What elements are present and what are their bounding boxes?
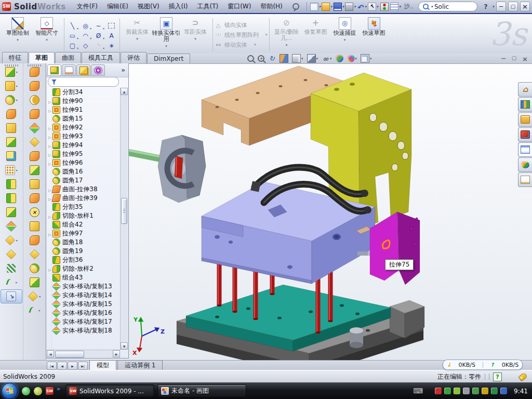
dropdown-arrow-icon[interactable]: ▾ <box>194 36 196 42</box>
sketch-entity-button[interactable]: ∼▾ <box>92 21 105 31</box>
part-cylinder-pin[interactable] <box>350 327 363 348</box>
ribbon-tab[interactable]: 草图 <box>29 52 55 63</box>
dropdown-arrow-icon[interactable] <box>16 70 18 74</box>
doc-close-button[interactable] <box>522 55 528 63</box>
tray-icon[interactable] <box>444 388 451 394</box>
scrollbar-thumb[interactable] <box>55 351 84 358</box>
ribbon-tab[interactable]: DimXpert <box>147 54 190 63</box>
dropdown-arrow-icon[interactable]: ▾ <box>17 37 19 43</box>
expand-arrow-icon[interactable] <box>47 98 52 105</box>
tree-item[interactable]: 拉伸96 <box>47 158 120 167</box>
search-box[interactable]: ▾ Solic <box>418 2 477 11</box>
doc-restore-button[interactable] <box>512 55 516 63</box>
quicklaunch-messenger-icon[interactable] <box>22 387 30 395</box>
scroll-down-icon[interactable] <box>121 342 128 350</box>
tree-item[interactable]: 分割36 <box>47 256 120 264</box>
help-button[interactable]: ? <box>481 3 490 10</box>
ribbon-tab[interactable]: 评估 <box>121 52 147 63</box>
dropdown-arrow-icon[interactable] <box>16 281 17 284</box>
dropdown-arrow-icon[interactable] <box>38 309 40 312</box>
ribbon-button[interactable]: 智能尺寸 ▾ <box>32 16 61 43</box>
tree-item[interactable]: 圆角15 <box>47 114 120 123</box>
tree-item[interactable]: 拉伸90 <box>47 97 120 105</box>
sketch-entity-button[interactable]: A▾ <box>105 31 118 41</box>
expand-arrow-icon[interactable] <box>47 142 52 149</box>
tree-item[interactable]: 圆角16 <box>47 167 120 176</box>
rebuild-button[interactable] <box>379 2 389 11</box>
expand-arrow-icon[interactable] <box>47 230 52 237</box>
taskbar-button-solidworks[interactable]: SW SolidWorks 2009 - ... <box>65 384 154 397</box>
expand-arrow-icon[interactable] <box>47 151 52 158</box>
expand-arrow-icon[interactable] <box>47 212 52 220</box>
taskpane-tab[interactable] <box>518 82 532 97</box>
ribbon-tab[interactable]: 特征 <box>2 52 28 63</box>
tree-item[interactable]: 圆角19 <box>47 247 120 256</box>
sketch-entity-button[interactable]: ∗▾ <box>105 41 118 50</box>
view-tool-button[interactable] <box>361 54 372 63</box>
ribbon-button[interactable]: 等距实体 ▾ <box>181 16 210 42</box>
dropdown-arrow-icon[interactable]: ▾ <box>165 43 167 49</box>
view-tool-button[interactable] <box>307 54 318 63</box>
feature-tool-button[interactable] <box>23 65 45 79</box>
tray-icon[interactable] <box>482 388 488 394</box>
tree-item[interactable]: 拉伸91 <box>47 105 120 114</box>
feature-tool-button[interactable] <box>23 149 45 163</box>
configuration-manager-tab[interactable] <box>76 64 90 76</box>
view-tool-button[interactable] <box>292 54 303 63</box>
tree-item[interactable]: 实体-移动/复制14 <box>47 291 120 300</box>
taskpane-tab[interactable] <box>518 142 532 157</box>
taskbar-button-paint[interactable]: 未命名 - 画图 <box>157 384 246 397</box>
tree-item[interactable]: 圆角18 <box>47 238 120 247</box>
search-input[interactable]: Solic <box>434 3 449 10</box>
ribbon-button[interactable]: 快速捕捉 ▾ <box>330 16 360 43</box>
feature-tool-button[interactable] <box>1 247 22 261</box>
ribbon-button[interactable]: 草图绘制 ▾ <box>3 16 32 43</box>
view-tool-button[interactable] <box>247 55 254 62</box>
close-button[interactable] <box>520 2 530 11</box>
ribbon-button[interactable]: 显示/删除几... ▾ <box>272 16 301 48</box>
tree-item[interactable]: 实体-移动/复制17 <box>47 317 120 326</box>
tree-item[interactable]: 实体-移动/复制16 <box>47 309 120 317</box>
part-connector-clamp[interactable] <box>119 135 206 203</box>
menu-item[interactable]: 编辑(E) <box>102 1 133 12</box>
feature-tool-button[interactable] <box>23 107 45 121</box>
doc-minimize-button[interactable] <box>501 55 506 63</box>
property-manager-tab[interactable] <box>62 64 76 76</box>
expand-arrow-icon[interactable] <box>47 133 52 140</box>
view-tool-button[interactable] <box>336 55 343 62</box>
scroll-left-icon[interactable] <box>47 350 54 357</box>
ribbon-small-button[interactable]: 镜向实体 ▾ <box>215 21 268 29</box>
scrollbar-thumb[interactable] <box>121 198 127 224</box>
dropdown-arrow-icon[interactable] <box>301 57 303 61</box>
tree-item[interactable]: 切除-放样1 <box>47 211 120 220</box>
feature-tool-button[interactable] <box>23 233 45 247</box>
select-button[interactable]: ▾ <box>368 2 379 11</box>
tray-icon[interactable] <box>472 388 479 394</box>
dropdown-arrow-icon[interactable] <box>39 295 41 298</box>
feature-tool-button[interactable] <box>23 275 45 289</box>
net-speed-widget[interactable]: 0KB/S 0KB/S <box>443 360 523 370</box>
feature-tool-button[interactable] <box>1 233 22 247</box>
feature-tool-button[interactable] <box>23 261 45 275</box>
tree-item[interactable]: 分割34 <box>47 88 120 97</box>
feature-tool-button[interactable] <box>23 163 45 177</box>
taskpane-tab[interactable] <box>518 172 532 187</box>
toolbar-grip[interactable] <box>28 64 41 66</box>
tree-item[interactable]: 分割35 <box>47 203 120 211</box>
feature-tool-button[interactable] <box>1 65 22 79</box>
tree-item[interactable]: 拉伸92 <box>47 123 120 132</box>
sketch-entity-button[interactable]: ▭▾ <box>66 31 79 41</box>
tree-item[interactable]: 实体-移动/复制15 <box>47 300 120 309</box>
tree-item[interactable]: 拉伸93 <box>47 132 120 141</box>
tree-item[interactable]: 拉伸97 <box>47 229 120 238</box>
view-tool-button[interactable] <box>322 55 332 62</box>
dropdown-arrow-icon[interactable]: ▾ <box>344 37 346 43</box>
tree-item[interactable]: 组合42 <box>47 220 120 229</box>
start-button[interactable] <box>2 383 18 399</box>
taskpane-tab[interactable] <box>518 157 532 172</box>
tree-item[interactable]: 曲面-拉伸38 <box>47 185 120 194</box>
feature-tool-button[interactable] <box>1 107 22 121</box>
save-button[interactable]: ▾ <box>334 2 344 11</box>
feature-tool-button[interactable] <box>23 247 45 261</box>
feature-tool-button[interactable] <box>1 275 22 289</box>
